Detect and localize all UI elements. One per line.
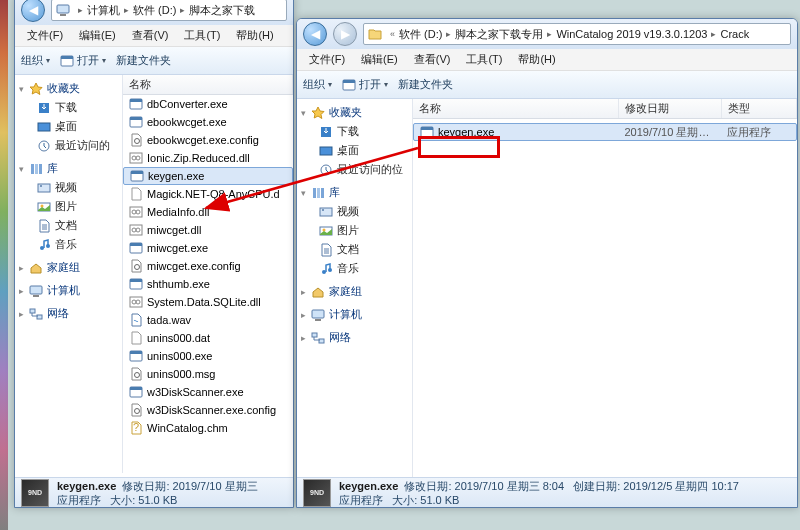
nav-group[interactable]: ▾收藏夹 [15,79,122,98]
nav-item[interactable]: 视频 [297,202,412,221]
file-row[interactable]: WinCatalog.chm [123,419,293,437]
exe-icon [129,97,143,111]
nav-item[interactable]: 图片 [297,221,412,240]
menu-edit[interactable]: 编辑(E) [353,52,406,67]
newfolder-button[interactable]: 新建文件夹 [116,53,171,68]
file-row[interactable]: ebookwcget.exe.config [123,131,293,149]
exe-icon [129,277,143,291]
nav-group[interactable]: ▸网络 [15,304,122,323]
nav-item[interactable]: 图片 [15,197,122,216]
newfolder-button[interactable]: 新建文件夹 [398,77,453,92]
cfg-icon [129,133,143,147]
nav-pane: ▾收藏夹下载桌面最近访问的位▾库视频图片文档音乐▸家庭组▸计算机▸网络 [297,99,413,477]
file-row[interactable]: unins000.dat [123,329,293,347]
file-row[interactable]: ebookwcget.exe [123,113,293,131]
col-name[interactable]: 名称 [123,75,293,94]
nav-item[interactable]: 最近访问的 [15,136,122,155]
menu-help[interactable]: 帮助(H) [510,52,563,67]
nav-item[interactable]: 文档 [297,240,412,259]
menu-tools[interactable]: 工具(T) [458,52,510,67]
file-row[interactable]: unins000.msg [123,365,293,383]
nav-item[interactable]: 桌面 [15,117,122,136]
menu-help[interactable]: 帮助(H) [228,28,281,43]
file-list[interactable]: 名称 dbConverter.exeebookwcget.exeebookwcg… [123,75,293,473]
file-list[interactable]: 名称 修改日期 类型 keygen.exe 2019/7/10 星期… 应用程序 [413,99,797,477]
file-row[interactable]: miwcget.exe.config [123,257,293,275]
exe-icon [130,169,144,183]
nav-item[interactable]: 最近访问的位 [297,160,412,179]
nav-item[interactable]: 下载 [15,98,122,117]
nav-item[interactable]: 视频 [15,178,122,197]
organize-button[interactable]: 组织▾ [21,53,50,68]
dat-icon [129,187,143,201]
toolbar: 组织▾ 打开▾ 新建文件夹 [15,47,293,75]
list-header[interactable]: 名称 修改日期 类型 [413,99,797,119]
open-button[interactable]: 打开▾ [60,53,106,68]
computer-icon [56,3,70,17]
nav-group[interactable]: ▸计算机 [15,281,122,300]
file-row[interactable]: keygen.exe [123,167,293,185]
dll-icon [129,205,143,219]
nav-item[interactable]: 桌面 [297,141,412,160]
open-icon [342,78,356,92]
file-row[interactable]: MediaInfo.dll [123,203,293,221]
col-name[interactable]: 名称 [413,99,619,118]
menu-file[interactable]: 文件(F) [19,28,71,43]
file-row[interactable]: System.Data.SQLite.dll [123,293,293,311]
back-button[interactable]: ◀ [303,22,327,46]
nav-group[interactable]: ▸网络 [297,328,412,347]
file-row[interactable]: miwcget.exe [123,239,293,257]
organize-button[interactable]: 组织▾ [303,77,332,92]
nav-item[interactable]: 文档 [15,216,122,235]
list-header[interactable]: 名称 [123,75,293,95]
details-pane: 9ND keygen.exe 修改日期: 2019/7/10 星期三 应用程序 … [15,477,293,507]
toolbar: 组织▾ 打开▾ 新建文件夹 [297,71,797,99]
nav-group[interactable]: ▾收藏夹 [297,103,412,122]
file-row[interactable]: miwcget.dll [123,221,293,239]
wav-icon [129,313,143,327]
back-button[interactable]: ◀ [21,0,45,22]
exe-icon [129,115,143,129]
file-row[interactable]: keygen.exe 2019/7/10 星期… 应用程序 [413,123,797,141]
explorer-window-left: ◀ ▸计算机 ▸软件 (D:) ▸脚本之家下载 文件(F) 编辑(E) 查看(V… [14,0,294,508]
address-bar[interactable]: «软件 (D:) ▸脚本之家下载专用 ▸WinCatalog 2019 v19.… [363,23,791,45]
nav-pane: ▾收藏夹下载桌面最近访问的▾库视频图片文档音乐▸家庭组▸计算机▸网络 [15,75,123,473]
nav-group[interactable]: ▾库 [297,183,412,202]
file-row[interactable]: Ionic.Zip.Reduced.dll [123,149,293,167]
menu-view[interactable]: 查看(V) [124,28,177,43]
nav-item[interactable]: 音乐 [15,235,122,254]
titlebar: ◀ ▶ «软件 (D:) ▸脚本之家下载专用 ▸WinCatalog 2019 … [297,19,797,49]
file-row[interactable]: dbConverter.exe [123,95,293,113]
file-row[interactable]: w3DiskScanner.exe.config [123,401,293,419]
menu-file[interactable]: 文件(F) [301,52,353,67]
nav-group[interactable]: ▸计算机 [297,305,412,324]
exe-icon [420,125,434,139]
nav-group[interactable]: ▾库 [15,159,122,178]
explorer-window-right: ◀ ▶ «软件 (D:) ▸脚本之家下载专用 ▸WinCatalog 2019 … [296,18,798,508]
nav-item[interactable]: 下载 [297,122,412,141]
file-row[interactable]: w3DiskScanner.exe [123,383,293,401]
chm-icon [129,421,143,435]
forward-button[interactable]: ▶ [333,22,357,46]
file-row[interactable]: shthumb.exe [123,275,293,293]
open-icon [60,54,74,68]
nav-item[interactable]: 音乐 [297,259,412,278]
file-row[interactable]: tada.wav [123,311,293,329]
cfg-icon [129,367,143,381]
file-thumbnail: 9ND [303,479,331,507]
nav-group[interactable]: ▸家庭组 [297,282,412,301]
file-row[interactable]: unins000.exe [123,347,293,365]
menu-edit[interactable]: 编辑(E) [71,28,124,43]
dll-icon [129,151,143,165]
nav-group[interactable]: ▸家庭组 [15,258,122,277]
menu-tools[interactable]: 工具(T) [176,28,228,43]
menu-view[interactable]: 查看(V) [406,52,459,67]
col-modified[interactable]: 修改日期 [619,99,722,118]
cfg-icon [129,259,143,273]
file-row[interactable]: Magick.NET-Q8-AnyCPU.d [123,185,293,203]
cfg-icon [129,403,143,417]
col-type[interactable]: 类型 [722,99,797,118]
open-button[interactable]: 打开▾ [342,77,388,92]
address-bar[interactable]: ▸计算机 ▸软件 (D:) ▸脚本之家下载 [51,0,287,21]
dll-icon [129,223,143,237]
